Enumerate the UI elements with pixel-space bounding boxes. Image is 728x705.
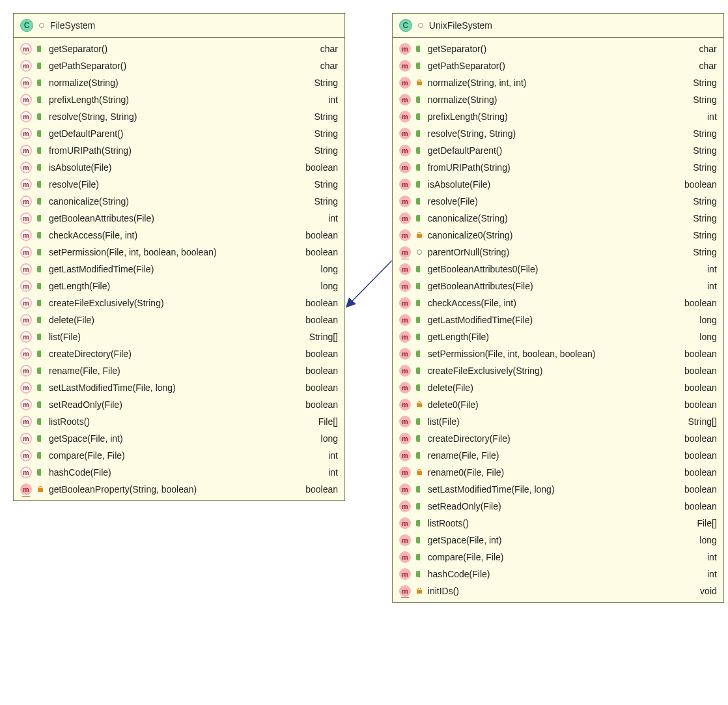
member-row[interactable]: mhashCode(File)int: [393, 566, 723, 583]
member-row[interactable]: mcanonicalize(String)String: [14, 193, 344, 210]
member-row[interactable]: mdelete0(File)boolean: [393, 396, 723, 413]
member-row[interactable]: mdelete(File)boolean: [14, 311, 344, 328]
member-row[interactable]: mgetBooleanProperty(String, boolean)bool…: [14, 481, 344, 498]
member-row[interactable]: mcreateFileExclusively(String)boolean: [14, 295, 344, 311]
member-row[interactable]: mcreateDirectory(File)boolean: [393, 430, 723, 447]
member-row[interactable]: minitIDs()void: [393, 583, 723, 599]
method-icon: m: [399, 229, 411, 241]
member-row[interactable]: mrename(File, File)boolean: [14, 362, 344, 379]
method-signature: delete(File): [428, 382, 473, 393]
return-type: long: [694, 315, 716, 325]
method-icon: m: [399, 382, 411, 394]
class-box-unixfilesystem[interactable]: C UnixFileSystem mgetSeparator()charmget…: [392, 13, 724, 603]
member-row[interactable]: misAbsolute(File)boolean: [393, 176, 723, 193]
method-signature: fromURIPath(String): [428, 162, 511, 173]
member-row[interactable]: mgetBooleanAttributes0(File)int: [393, 261, 723, 278]
member-row[interactable]: mgetLastModifiedTime(File)long: [393, 311, 723, 328]
member-row[interactable]: msetPermission(File, int, boolean, boole…: [14, 244, 344, 261]
member-row[interactable]: misAbsolute(File)boolean: [14, 159, 344, 176]
member-row[interactable]: mfromURIPath(String)String: [393, 159, 723, 176]
member-row[interactable]: mprefixLength(String)int: [393, 108, 723, 125]
member-row[interactable]: mgetSpace(File, int)long: [393, 532, 723, 549]
return-type: char: [694, 44, 717, 54]
member-row[interactable]: mgetDefaultParent()String: [393, 142, 723, 159]
lock-icon: [415, 588, 424, 594]
method-signature: getSeparator(): [428, 44, 486, 54]
member-row[interactable]: mcreateDirectory(File)boolean: [14, 345, 344, 362]
method-signature: getPathSeparator(): [428, 61, 505, 71]
unlock-icon: [415, 198, 424, 205]
member-row[interactable]: mresolve(File)String: [393, 193, 723, 210]
member-row[interactable]: mresolve(File)String: [14, 176, 344, 193]
member-row[interactable]: mcompare(File, File)int: [393, 549, 723, 566]
member-row[interactable]: mgetSpace(File, int)long: [14, 430, 344, 447]
member-row[interactable]: msetReadOnly(File)boolean: [14, 396, 344, 413]
class-box-filesystem[interactable]: C FileSystem mgetSeparator()charmgetPath…: [13, 13, 345, 501]
method-signature: setReadOnly(File): [49, 399, 122, 410]
member-row[interactable]: mrename(File, File)boolean: [393, 447, 723, 464]
method-icon: m: [399, 77, 411, 89]
member-row[interactable]: mgetSeparator()char: [393, 40, 723, 57]
member-row[interactable]: mgetLastModifiedTime(File)long: [14, 261, 344, 278]
member-row[interactable]: mcreateFileExclusively(String)boolean: [393, 362, 723, 379]
method-icon: m: [20, 94, 32, 106]
member-row[interactable]: mlistRoots()File[]: [14, 413, 344, 430]
return-type: String: [309, 145, 338, 156]
method-signature: resolve(String, String): [49, 111, 137, 122]
member-row[interactable]: msetReadOnly(File)boolean: [393, 498, 723, 515]
member-row[interactable]: mgetLength(File)long: [14, 278, 344, 295]
method-signature: setLastModifiedTime(File, long): [49, 382, 176, 393]
member-row[interactable]: mgetBooleanAttributes(File)int: [14, 210, 344, 227]
return-type: int: [702, 111, 717, 122]
member-row[interactable]: mlistRoots()File[]: [393, 515, 723, 532]
method-icon: m: [20, 145, 32, 156]
member-row[interactable]: mdelete(File)boolean: [393, 379, 723, 396]
method-signature: fromURIPath(String): [49, 145, 132, 156]
method-signature: setReadOnly(File): [428, 501, 501, 511]
member-row[interactable]: mnormalize(String)String: [14, 74, 344, 91]
method-icon: m: [399, 568, 411, 580]
member-row[interactable]: mcompare(File, File)int: [14, 447, 344, 464]
member-row[interactable]: mresolve(String, String)String: [14, 108, 344, 125]
lock-icon: [415, 401, 424, 408]
member-row[interactable]: mcheckAccess(File, int)boolean: [393, 295, 723, 311]
return-type: String: [309, 78, 338, 88]
method-icon: m: [20, 162, 32, 173]
unlock-icon: [36, 351, 45, 357]
member-row[interactable]: mprefixLength(String)int: [14, 91, 344, 108]
member-row[interactable]: mhashCode(File)int: [14, 464, 344, 481]
member-row[interactable]: mcanonicalize(String)String: [393, 210, 723, 227]
method-signature: checkAccess(File, int): [428, 298, 516, 308]
method-icon: m: [20, 399, 32, 410]
member-row[interactable]: mgetSeparator()char: [14, 40, 344, 57]
member-row[interactable]: mgetBooleanAttributes(File)int: [393, 278, 723, 295]
member-row[interactable]: mgetPathSeparator()char: [393, 57, 723, 74]
member-row[interactable]: mcheckAccess(File, int)boolean: [14, 227, 344, 244]
member-row[interactable]: msetPermission(File, int, boolean, boole…: [393, 345, 723, 362]
member-row[interactable]: msetLastModifiedTime(File, long)boolean: [393, 481, 723, 498]
method-icon: m: [399, 43, 411, 55]
member-row[interactable]: mrename0(File, File)boolean: [393, 464, 723, 481]
member-row[interactable]: mparentOrNull(String)String: [393, 244, 723, 261]
member-row[interactable]: mresolve(String, String)String: [393, 125, 723, 142]
member-row[interactable]: mlist(File)String[]: [14, 328, 344, 345]
return-type: boolean: [679, 179, 717, 190]
method-icon: m: [20, 43, 32, 55]
unlock-icon: [36, 401, 45, 408]
member-row[interactable]: mnormalize(String)String: [393, 91, 723, 108]
unlock-icon: [36, 130, 45, 137]
return-type: boolean: [679, 399, 717, 410]
member-row[interactable]: mnormalize(String, int, int)String: [393, 74, 723, 91]
unlock-icon: [415, 96, 424, 103]
unlock-icon: [36, 317, 45, 323]
unlock-icon: [36, 215, 45, 222]
member-row[interactable]: msetLastModifiedTime(File, long)boolean: [14, 379, 344, 396]
member-row[interactable]: mlist(File)String[]: [393, 413, 723, 430]
member-row[interactable]: mfromURIPath(String)String: [14, 142, 344, 159]
method-signature: canonicalize(String): [428, 213, 508, 223]
member-row[interactable]: mcanonicalize0(String)String: [393, 227, 723, 244]
member-row[interactable]: mgetLength(File)long: [393, 328, 723, 345]
member-row[interactable]: mgetDefaultParent()String: [14, 125, 344, 142]
member-row[interactable]: mgetPathSeparator()char: [14, 57, 344, 74]
method-signature: initIDs(): [428, 586, 459, 596]
